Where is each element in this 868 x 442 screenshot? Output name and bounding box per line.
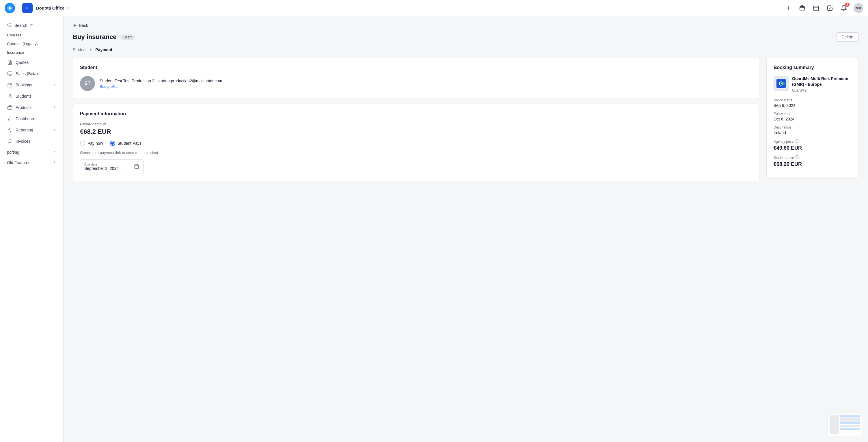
payment-card: Payment information Payment amount €68.2… [73, 104, 760, 181]
notifications-icon[interactable]: 9 [840, 4, 848, 12]
page-title: Buy insurance [73, 33, 117, 41]
destination-value: Ireland [774, 130, 851, 135]
svg-point-8 [7, 23, 11, 26]
svg-point-19 [9, 94, 11, 96]
agency-price-value: €49.60 EUR [774, 145, 851, 151]
breadcrumb: Student Payment [73, 48, 859, 52]
product-info: GuardMe Multi Risk Premium (GMR) - Europ… [792, 76, 851, 92]
radio-selected-indicator [111, 142, 114, 145]
due-date-content: Due date September 3, 2024 [84, 163, 119, 171]
booking-summary-card: Booking summary G [766, 58, 859, 179]
quotes-label: Quotes [16, 60, 56, 65]
page-title-row: Buy insurance Draft Delete [73, 32, 859, 41]
product-provider: GuardMe [792, 88, 851, 92]
sidebar-item-students[interactable]: Students [2, 91, 61, 102]
breadcrumb-payment: Payment [95, 48, 112, 52]
svg-rect-12 [8, 72, 12, 75]
sidebar-item-invoices[interactable]: Invoices [2, 136, 61, 147]
student-pays-option[interactable]: Student Pays [110, 141, 142, 146]
dashboard-icon [7, 116, 13, 122]
product-logo: G [774, 76, 788, 91]
due-date-field[interactable]: Due date September 3, 2024 [80, 159, 144, 174]
office-name: Bogotá Office [36, 5, 64, 10]
invoices-label: Invoices [16, 139, 56, 144]
sidebar-item-sales-beta[interactable]: Sales (Beta) [2, 68, 61, 79]
corner-thumbnail [828, 413, 862, 436]
policy-ends-label: Policy ends [774, 112, 851, 116]
agency-price-info-icon [795, 139, 799, 144]
notification-badge: 9 [845, 3, 849, 7]
breadcrumb-student[interactable]: Student [73, 48, 87, 52]
student-price-value: €68.20 EUR [774, 161, 851, 167]
porting-chevron [52, 150, 56, 154]
sidebar: Search Courses Courses (Legacy) Insuranc… [0, 16, 64, 442]
sidebar-item-dashboard[interactable]: Dashboard [2, 113, 61, 124]
svg-rect-32 [782, 82, 784, 85]
sidebar-item-insurance[interactable]: Insurance [2, 48, 61, 57]
search-icon [7, 22, 12, 28]
sidebar-item-quotes[interactable]: Quotes [2, 57, 61, 68]
pay-now-radio[interactable] [80, 141, 85, 146]
payment-amount-value: €68.2 EUR [80, 128, 752, 136]
student-avatar: ST [80, 76, 95, 91]
students-icon [7, 93, 13, 99]
student-info: Student Test Test Production 2 | student… [100, 79, 222, 89]
due-date-value: September 3, 2024 [84, 166, 119, 171]
destination-label: Destination [774, 125, 851, 129]
booking-summary-column: Booking summary G [766, 58, 859, 179]
search-chevron [29, 23, 33, 28]
edvisor-logo[interactable] [5, 3, 15, 13]
payment-method-group: Pay now Student Pays [80, 141, 752, 146]
topbar-actions: 9 MA [784, 3, 863, 13]
product-row: G GuardMe Multi Risk Premium (GMR) - Eur… [774, 76, 851, 92]
reporting-chevron [52, 128, 56, 132]
topbar: E Bogotá Office 9 MA [0, 0, 868, 16]
pay-now-option[interactable]: Pay now [80, 141, 103, 146]
status-badge: Draft [120, 34, 135, 40]
inbox-icon[interactable] [798, 4, 806, 12]
products-chevron [52, 105, 56, 110]
sidebar-item-bookings[interactable]: Bookings [2, 80, 61, 90]
see-profile-link[interactable]: See profile [100, 84, 222, 89]
payment-amount-label: Payment amount [80, 122, 752, 126]
student-row: ST Student Test Test Production 2 | stud… [80, 76, 752, 91]
sidebar-item-courses-legacy[interactable]: Courses (Legacy) [2, 39, 61, 48]
sidebar-item-old-features[interactable]: Old Features [2, 157, 61, 168]
user-avatar[interactable]: MA [854, 3, 863, 13]
office-selector[interactable]: Bogotá Office [36, 5, 70, 10]
booking-summary-title: Booking summary [774, 65, 851, 70]
products-label: Products [16, 105, 50, 110]
student-price-label-row: Student price [774, 155, 851, 160]
agency-price-label-row: Agency price [774, 139, 851, 144]
student-name: Student Test Test Production 2 | student… [100, 79, 222, 83]
payment-card-title: Payment information [80, 111, 752, 116]
student-pays-radio[interactable] [110, 141, 115, 146]
invoices-icon [7, 138, 13, 144]
students-label: Students [16, 94, 56, 98]
calendar-picker-icon[interactable] [134, 164, 139, 170]
sales-icon [7, 71, 13, 77]
quotes-icon [7, 60, 13, 65]
add-button[interactable] [784, 4, 792, 12]
svg-rect-20 [8, 106, 12, 110]
policy-ends-row: Policy ends Oct 6, 2024 [774, 112, 851, 121]
payment-hint: Generate a payment link to send to the s… [80, 150, 752, 155]
policy-starts-row: Policy starts Sep 6, 2024 [774, 98, 851, 108]
product-name: GuardMe Multi Risk Premium (GMR) - Europ… [792, 76, 851, 87]
old-features-chevron [52, 160, 56, 165]
back-label: Back [79, 23, 88, 28]
delete-button[interactable]: Delete [836, 32, 859, 41]
sidebar-item-courses[interactable]: Courses [2, 31, 61, 39]
sidebar-item-reporting[interactable]: Reporting [2, 124, 61, 136]
sidebar-item-products[interactable]: Products [2, 102, 61, 113]
svg-rect-3 [800, 6, 805, 10]
agency-price-label: Agency price [774, 140, 794, 144]
tasks-icon[interactable] [826, 4, 834, 12]
sidebar-item-porting[interactable]: porting [2, 147, 61, 157]
policy-starts-label: Policy starts [774, 98, 851, 102]
reporting-icon [7, 127, 13, 133]
two-column-layout: Student ST Student Test Test Production … [73, 58, 859, 181]
back-button[interactable]: Back [73, 23, 859, 28]
calendar-icon[interactable] [812, 4, 820, 12]
sidebar-item-search[interactable]: Search [2, 20, 61, 31]
